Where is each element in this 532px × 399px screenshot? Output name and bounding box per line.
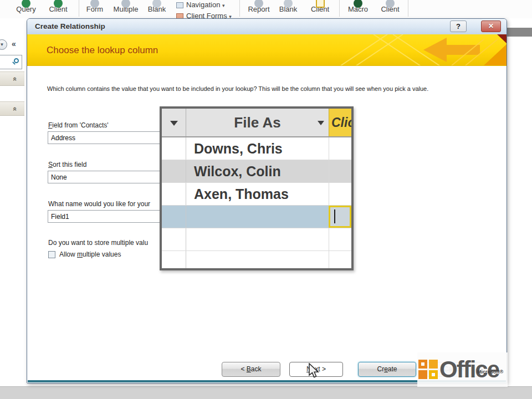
empty-cell[interactable] — [329, 183, 351, 205]
chevron-down-icon: ▼ — [0, 42, 4, 47]
help-button[interactable]: ? — [450, 21, 467, 32]
allow-multiple-values-checkbox[interactable] — [48, 251, 55, 258]
ribbon-button-navigation[interactable]: Navigation ▾ — [176, 1, 225, 9]
ribbon-button-report[interactable]: Report — [244, 5, 274, 16]
ribbon-button-query[interactable]: Query — [12, 5, 40, 16]
chevron-collapse-icon: « — [11, 77, 19, 81]
file-as-cell[interactable]: Wilcox, Colin — [186, 160, 329, 182]
ribbon-label: Navigation — [186, 1, 220, 9]
ribbon-separator — [339, 0, 340, 17]
close-button[interactable]: ✕ — [481, 21, 501, 32]
file-as-cell[interactable] — [186, 251, 329, 268]
multiple-values-question: Do you want to store multiple valu — [48, 239, 162, 247]
dialog-titlebar[interactable]: Create Relationship ? ✕ — [27, 19, 507, 34]
status-area-background — [0, 386, 532, 399]
sort-field-combobox[interactable] — [48, 171, 160, 183]
dropdown-icon — [318, 121, 324, 125]
microsoft-wordmark: Microsoft® — [477, 355, 503, 388]
new-record-row[interactable] — [162, 206, 351, 228]
navigation-icon — [176, 2, 183, 8]
nav-search-box[interactable] — [0, 55, 22, 69]
ribbon-button-multiple-items[interactable]: Multiple — [110, 5, 142, 16]
ribbon: Query Client Form Multiple Blank Navigat… — [0, 0, 532, 18]
create-button[interactable]: Create — [358, 362, 416, 377]
table-row[interactable]: Downs, Chris — [162, 137, 351, 160]
navigation-pane: ▼ « « « — [0, 18, 24, 386]
office-wordmark: Microsoft®Office — [439, 353, 499, 386]
record-selector-cell[interactable] — [162, 183, 186, 205]
click-to-add-column-header[interactable]: Clic — [329, 109, 351, 136]
field-from-combobox[interactable] — [48, 131, 160, 144]
chevron-collapse-icon: « — [11, 107, 19, 111]
table-row-empty[interactable] — [162, 228, 351, 251]
table-row-selected[interactable]: Wilcox, Colin — [162, 160, 351, 183]
record-selector-header[interactable] — [162, 109, 186, 136]
ribbon-separator — [408, 0, 408, 17]
table-header-row: File As Clic — [162, 109, 351, 137]
mouse-cursor — [308, 363, 321, 380]
search-icon — [14, 58, 19, 63]
ribbon-button-blank-report[interactable]: Blank — [275, 5, 301, 16]
dialog-title: Create Relationship — [35, 19, 105, 34]
nav-group-header[interactable]: « — [0, 71, 24, 86]
chevron-down-icon: ▾ — [222, 3, 225, 8]
ribbon-button-client-report[interactable]: Client — [305, 5, 335, 16]
record-selector-cell[interactable] — [162, 137, 186, 160]
banner-decoration — [340, 34, 507, 66]
ribbon-button-blank-form[interactable]: Blank — [143, 5, 171, 16]
field-from-label: Field from 'Contacts' — [48, 121, 109, 129]
wizard-banner: Choose the lookup column — [27, 34, 507, 66]
record-selector-cell[interactable] — [162, 206, 186, 228]
nav-group-header[interactable]: « — [0, 101, 24, 116]
lookup-preview-table: File As Clic Downs, Chris Wilcox, Colin … — [160, 106, 354, 270]
empty-cell[interactable] — [329, 228, 351, 250]
office-watermark: Microsoft®Office — [417, 352, 508, 387]
file-as-column-header[interactable]: File As — [186, 109, 329, 136]
empty-cell[interactable] — [329, 251, 351, 268]
client-report-icon — [316, 0, 325, 8]
ribbon-separator — [79, 0, 79, 17]
nav-pane-menu-button[interactable]: ▼ — [0, 39, 7, 50]
shutter-bar-collapse-button[interactable]: « — [12, 39, 16, 48]
ribbon-button-macro[interactable]: Macro — [345, 5, 371, 16]
table-row[interactable]: Axen, Thomas — [162, 183, 351, 206]
back-button[interactable]: < Back — [222, 362, 280, 377]
empty-cell[interactable] — [329, 160, 351, 182]
sort-field-label: Sort this field — [48, 161, 86, 168]
office-logo-icon — [418, 360, 438, 380]
ribbon-edge-band — [507, 28, 532, 37]
allow-multiple-values-label: Allow multiple values — [59, 250, 121, 258]
dropdown-icon — [170, 121, 178, 126]
ribbon-button-client-query[interactable]: Client — [44, 5, 72, 16]
wizard-step-title: Choose the lookup column — [47, 34, 158, 66]
file-as-cell[interactable] — [186, 206, 329, 228]
record-selector-cell[interactable] — [162, 228, 186, 250]
record-selector-cell[interactable] — [162, 160, 186, 182]
file-as-cell[interactable] — [186, 228, 329, 250]
file-as-cell[interactable]: Axen, Thomas — [186, 183, 329, 205]
field-name-label: What name would you like for your — [48, 200, 162, 208]
text-caret — [334, 209, 335, 223]
wizard-description: Which column contains the value that you… — [47, 84, 490, 93]
record-selector-cell[interactable] — [162, 251, 186, 268]
field-name-input[interactable] — [48, 210, 160, 223]
active-edit-cell[interactable] — [329, 206, 351, 228]
file-as-cell[interactable]: Downs, Chris — [186, 137, 329, 160]
ribbon-separator — [239, 0, 240, 17]
ribbon-button-form[interactable]: Form — [82, 5, 108, 16]
ribbon-button-client-object[interactable]: Client — [376, 5, 405, 16]
column-title: File As — [234, 114, 280, 131]
empty-cell[interactable] — [329, 137, 351, 160]
table-row-empty[interactable] — [162, 251, 351, 268]
